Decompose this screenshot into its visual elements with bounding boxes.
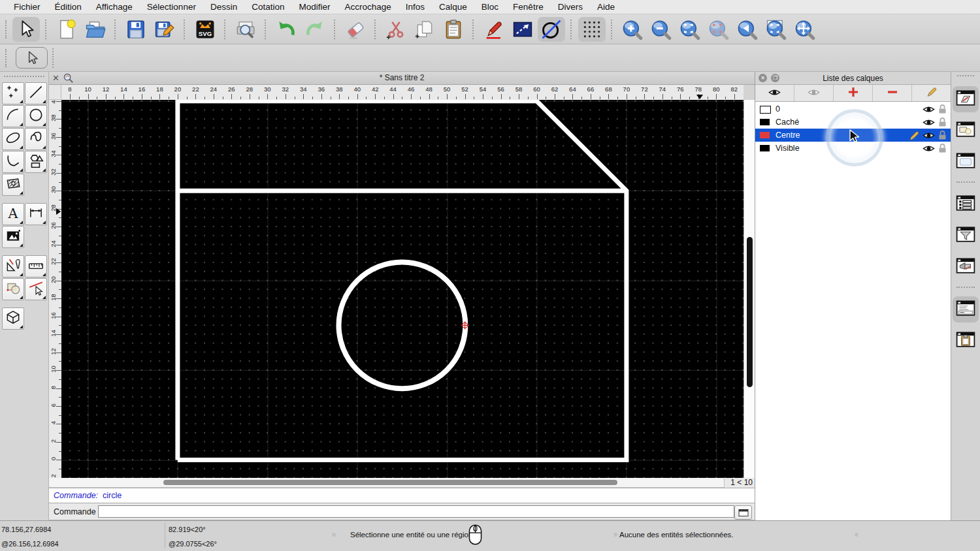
selection-tool-button[interactable] xyxy=(16,47,48,69)
toolbar-separator xyxy=(45,20,48,39)
layer-visibility-icon[interactable] xyxy=(923,105,935,116)
layers-panel-toggle[interactable] xyxy=(953,86,979,112)
zoom-auto-button[interactable] xyxy=(676,17,704,42)
grid-dots-icon xyxy=(581,18,603,40)
command-detach-button[interactable] xyxy=(734,505,752,520)
snap-grid-button[interactable] xyxy=(578,17,606,42)
tool-dimension-button[interactable] xyxy=(25,203,47,225)
menu-item-calque[interactable]: Calque xyxy=(432,0,474,14)
tool-arc-button[interactable] xyxy=(2,105,24,127)
horizontal-scrollbar-thumb[interactable] xyxy=(163,480,617,485)
blocks-panel-toggle[interactable] xyxy=(953,118,979,144)
select-pointer-button[interactable] xyxy=(12,17,40,42)
vertical-scrollbar[interactable] xyxy=(743,100,755,478)
zoom-previous-button[interactable] xyxy=(734,17,761,42)
horizontal-scrollbar[interactable]: 1 < 10 xyxy=(49,478,755,488)
tool-order-button[interactable] xyxy=(2,278,24,300)
add-layer-button[interactable] xyxy=(834,85,873,101)
zoom-in-button[interactable] xyxy=(619,17,646,42)
delete-eraser-button[interactable] xyxy=(342,17,369,42)
draw-circle-button[interactable] xyxy=(538,17,565,42)
toolbar-separator xyxy=(184,20,186,39)
layer-lock-icon[interactable] xyxy=(938,143,947,155)
clipboard-panel-toggle[interactable] xyxy=(953,328,979,354)
toolbar-separator xyxy=(472,20,475,39)
copy-button[interactable] xyxy=(411,17,438,42)
menu-item-dessin[interactable]: Dessin xyxy=(203,0,244,14)
remove-layer-button[interactable] xyxy=(873,85,912,101)
tool-modify-button[interactable] xyxy=(2,255,24,277)
save-button[interactable] xyxy=(122,17,150,42)
show-all-layers-button[interactable] xyxy=(755,85,794,101)
open-drawing-button[interactable] xyxy=(82,17,109,42)
hide-all-layers-button[interactable] xyxy=(794,85,834,101)
ruler-label: 24 xyxy=(210,86,218,93)
print-preview-button[interactable] xyxy=(232,17,259,42)
new-drawing-button[interactable] xyxy=(53,17,80,42)
menu-item-fichier[interactable]: Fichier xyxy=(7,0,48,14)
menu-item-accrochage[interactable]: Accrochage xyxy=(337,0,398,14)
submenu-corner-icon xyxy=(42,221,46,224)
ruler-tick xyxy=(420,97,421,99)
command-input[interactable] xyxy=(98,505,734,518)
zoom-window-button[interactable] xyxy=(762,17,790,42)
strip-drag-handle[interactable] xyxy=(957,75,974,78)
menu-item-fenetre[interactable]: Fenêtre xyxy=(506,0,551,14)
export-svg-button[interactable]: SVG xyxy=(191,17,219,42)
zoom-out-button[interactable] xyxy=(647,17,675,42)
menu-item-edition[interactable]: Édition xyxy=(48,0,89,14)
layer-visibility-icon[interactable] xyxy=(923,131,935,142)
layer-visibility-icon[interactable] xyxy=(923,144,935,155)
layer-lock-icon[interactable] xyxy=(938,117,947,129)
ruler-label: 12 xyxy=(103,86,110,93)
tool-polygon-button[interactable] xyxy=(25,151,47,173)
menu-item-bloc[interactable]: Bloc xyxy=(474,0,506,14)
edit-entity-button[interactable] xyxy=(480,17,508,42)
menu-item-modifier[interactable]: Modifier xyxy=(291,0,337,14)
edit-layer-button[interactable] xyxy=(912,85,951,101)
tool-line-button[interactable] xyxy=(25,82,47,104)
menu-item-cotation[interactable]: Cotation xyxy=(244,0,291,14)
toolbar-drag-handle[interactable] xyxy=(5,49,9,67)
menu-item-affichage[interactable]: Affichage xyxy=(89,0,140,14)
vertical-scrollbar-thumb[interactable] xyxy=(747,237,753,387)
media-panel-toggle[interactable] xyxy=(953,254,979,280)
tool-ellipse-button[interactable] xyxy=(2,128,24,150)
ruler-label: 2 xyxy=(50,434,57,447)
tool-measure-button[interactable] xyxy=(25,255,47,277)
command-panel-toggle[interactable] xyxy=(953,296,979,323)
layer-lock-icon[interactable] xyxy=(938,104,947,116)
tool-circle-button[interactable] xyxy=(25,105,47,127)
tool-points-button[interactable] xyxy=(2,82,24,104)
library-panel-toggle[interactable] xyxy=(953,149,979,175)
submenu-corner-icon xyxy=(20,273,23,276)
palette-drag-handle[interactable] xyxy=(4,76,44,79)
undo-button[interactable] xyxy=(272,17,300,42)
save-as-button[interactable] xyxy=(151,17,178,42)
layer-lock-icon[interactable] xyxy=(938,130,947,142)
redo-button[interactable] xyxy=(301,17,329,42)
layer-visibility-icon[interactable] xyxy=(923,118,935,129)
drawing-canvas[interactable] xyxy=(61,100,743,478)
svg-text:SVG: SVG xyxy=(199,30,212,37)
ruler-label: 26 xyxy=(50,219,57,232)
toolbar-drag-handle[interactable] xyxy=(5,20,9,39)
menu-item-divers[interactable]: Divers xyxy=(551,0,590,14)
tool-box3d-button[interactable] xyxy=(2,307,24,330)
entity-list-panel-toggle[interactable] xyxy=(953,191,979,217)
tool-spline-button[interactable] xyxy=(25,128,47,150)
pan-button[interactable] xyxy=(791,17,819,42)
menu-item-infos[interactable]: Infos xyxy=(399,0,432,14)
tool-delete-entity-button[interactable] xyxy=(25,278,47,300)
paste-button[interactable] xyxy=(440,17,467,42)
select-window-button[interactable] xyxy=(509,17,536,42)
menu-item-selectionner[interactable]: Sélectionner xyxy=(140,0,203,14)
filter-panel-toggle[interactable] xyxy=(953,223,979,249)
tool-text-button[interactable]: A xyxy=(2,203,24,225)
cut-button[interactable] xyxy=(382,17,410,42)
tool-hatch-button[interactable] xyxy=(2,174,24,196)
tool-image-button[interactable] xyxy=(2,226,24,248)
command-prompt-label: Commande : xyxy=(54,507,101,516)
tool-polyline-button[interactable] xyxy=(2,151,24,173)
menu-item-aide[interactable]: Aide xyxy=(590,0,622,14)
